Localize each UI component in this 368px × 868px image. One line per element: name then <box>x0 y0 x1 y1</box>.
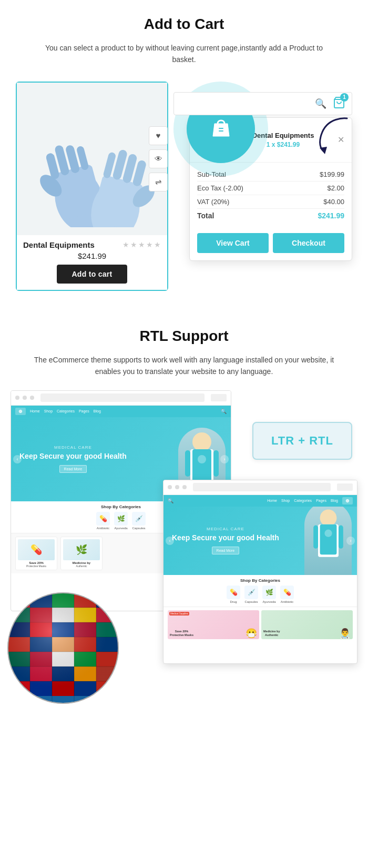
browser-bar <box>11 391 231 406</box>
rtl-browser-bar <box>163 480 357 495</box>
rtl-hero-label: MEDICAL CARE <box>172 527 279 531</box>
product-action-icons: ♥ 👁 ⇌ <box>149 126 168 191</box>
rtl-categories: Shop By Categories 💊 Drug 💉 Capsules 🌿 A… <box>163 575 357 607</box>
total-value: $241.99 <box>318 211 344 220</box>
ltr-rtl-badge: LTR + RTL <box>252 422 352 460</box>
add-to-cart-description: You can select a product to by without l… <box>37 42 331 66</box>
svg-rect-32 <box>338 526 343 549</box>
svg-point-27 <box>320 510 336 527</box>
rtl-next-arrow[interactable]: › <box>346 537 355 545</box>
rtl-category-items: 💊 Drug 💉 Capsules 🌿 Ayurveda 💊 Antibioti… <box>168 586 353 603</box>
product-name: Dental Equipments <box>23 240 95 249</box>
rtl-hero-btn[interactable]: Read More <box>212 547 240 554</box>
rtl-nav-shop: Shop <box>281 499 290 502</box>
rtl-screenshot: ⊕ Blog Pages Categories Shop Home 🔍 ‹ ME… <box>163 480 357 664</box>
hero-title: Keep Secure your good Health <box>19 452 127 461</box>
nav-home: Home <box>30 409 40 413</box>
rtl-promo-2: Medicine byAuthentic 👨‍⚕️ <box>261 610 353 639</box>
nav-logo: ⊕ <box>15 408 26 415</box>
product-price: $241.99 <box>23 251 161 260</box>
rtl-promo-badge: Medical Supplies <box>169 612 189 615</box>
search-icon[interactable]: 🔍 <box>315 98 326 109</box>
nav-shop: Shop <box>44 409 53 413</box>
svg-rect-26 <box>213 450 219 477</box>
checkout-button[interactable]: Checkout <box>273 233 344 253</box>
rtl-capsules-label: Capsules <box>244 600 258 603</box>
add-to-cart-title: Add to Cart <box>11 16 357 33</box>
rtl-promo-person-1: 😷 <box>246 628 257 639</box>
ltr-rtl-text: LTR + RTL <box>271 434 333 448</box>
ecotax-value: $2.00 <box>327 184 344 192</box>
vat-label: VAT (20%) <box>197 198 229 206</box>
svg-rect-25 <box>185 450 190 477</box>
total-label: Total <box>197 211 214 220</box>
ecotax-row: Eco Tax (-2.00) $2.00 <box>197 181 344 195</box>
cart-item-qty-text: 1 x <box>267 141 275 148</box>
hero-btn[interactable]: Read More <box>59 465 87 473</box>
mini-header-bar: 🔍 1 <box>173 92 352 115</box>
svg-marker-16 <box>320 147 327 154</box>
vat-value: $40.00 <box>323 198 344 206</box>
rtl-category-antibiotic: 💊 Antibiotic <box>280 586 294 603</box>
quickview-icon[interactable]: 👁 <box>149 149 168 168</box>
hero-text: MEDICAL CARE Keep Secure your good Healt… <box>19 445 127 473</box>
star-1: ★ <box>122 240 129 249</box>
hero-label: MEDICAL CARE <box>19 445 127 450</box>
rtl-ayurveda-label: Ayurveda <box>262 600 275 603</box>
browser-dot-1 <box>15 396 19 400</box>
globe-svg <box>5 590 121 706</box>
svg-rect-14 <box>219 128 223 129</box>
rtl-description: The eCommerce theme supports to work wel… <box>21 354 347 378</box>
rtl-antibiotic-icon: 💊 <box>280 586 294 599</box>
rtl-doctor-figure <box>304 507 352 575</box>
mini-product-img-2: 🌿 <box>63 539 100 560</box>
cart-item-price: $241.99 <box>277 141 300 148</box>
mini-product-1: 💊 Save 20% Protective Masks <box>15 537 57 571</box>
shopping-bag-icon <box>207 114 236 143</box>
subtotal-value: $199.99 <box>320 170 344 178</box>
total-row: Total $241.99 <box>197 209 344 223</box>
nav-pages: Pages <box>79 409 89 413</box>
capsules-label: Capsules <box>132 527 145 530</box>
svg-point-21 <box>192 432 211 451</box>
browser-nav: ⊕ Home Shop Categories Pages Blog 🔍 <box>11 406 231 417</box>
nav-blog: Blog <box>94 409 101 413</box>
rtl-dot-3 <box>182 485 187 489</box>
rtl-nav: ⊕ Blog Pages Categories Shop Home 🔍 <box>163 495 357 507</box>
add-to-cart-demo: ♥ 👁 ⇌ Dental Equipments ★ ★ ★ ★ ★ $24 <box>11 82 357 291</box>
wishlist-icon[interactable]: ♥ <box>149 126 168 145</box>
ayurveda-icon: 🌿 <box>114 512 128 526</box>
product-info: Dental Equipments ★ ★ ★ ★ ★ $241.99 Add … <box>17 235 167 290</box>
capsules-icon: 💉 <box>132 512 146 526</box>
ayurveda-label: Ayurveda <box>114 527 127 530</box>
rtl-categories-title: Shop By Categories <box>168 578 353 583</box>
svg-rect-23 <box>192 449 211 483</box>
compare-icon[interactable]: ⇌ <box>149 173 168 191</box>
browser-url-bar <box>40 393 205 402</box>
star-4: ★ <box>146 240 153 249</box>
rtl-category-drug: 💊 Drug <box>227 586 240 603</box>
cart-popup-area: 🔍 1 <box>173 82 352 261</box>
rtl-dot-2 <box>175 485 179 489</box>
svg-rect-31 <box>313 526 318 549</box>
star-3: ★ <box>138 240 145 249</box>
antibiotic-label: Antibiotic <box>97 527 109 530</box>
globe-container <box>5 590 121 706</box>
hero-next-arrow[interactable]: › <box>220 455 229 463</box>
rtl-nav-home: Home <box>267 499 277 502</box>
vat-row: VAT (20%) $40.00 <box>197 195 344 209</box>
rtl-promo-text-2: Medicine byAuthentic <box>261 628 282 639</box>
product-card: ♥ 👁 ⇌ Dental Equipments ★ ★ ★ ★ ★ $24 <box>16 82 168 291</box>
rtl-ayurveda-icon: 🌿 <box>262 586 276 599</box>
view-cart-button[interactable]: View Cart <box>197 233 269 253</box>
product-image <box>29 90 155 227</box>
rtl-url-bar <box>193 483 331 491</box>
rtl-title: RTL Support <box>11 328 357 345</box>
mini-product-2: 🌿 Medicine by Authentic <box>60 537 103 571</box>
rtl-capsules-icon: 💉 <box>244 586 258 599</box>
cart-icon-wrapper[interactable]: 1 <box>333 96 345 111</box>
drug-icon: 💊 <box>227 586 240 599</box>
add-to-cart-button[interactable]: Add to cart <box>57 265 127 284</box>
rtl-promo-1: Medical Supplies Save 20%Protective Mask… <box>168 610 259 639</box>
rtl-hero-text: MEDICAL CARE Keep Secure your good Healt… <box>172 527 279 554</box>
